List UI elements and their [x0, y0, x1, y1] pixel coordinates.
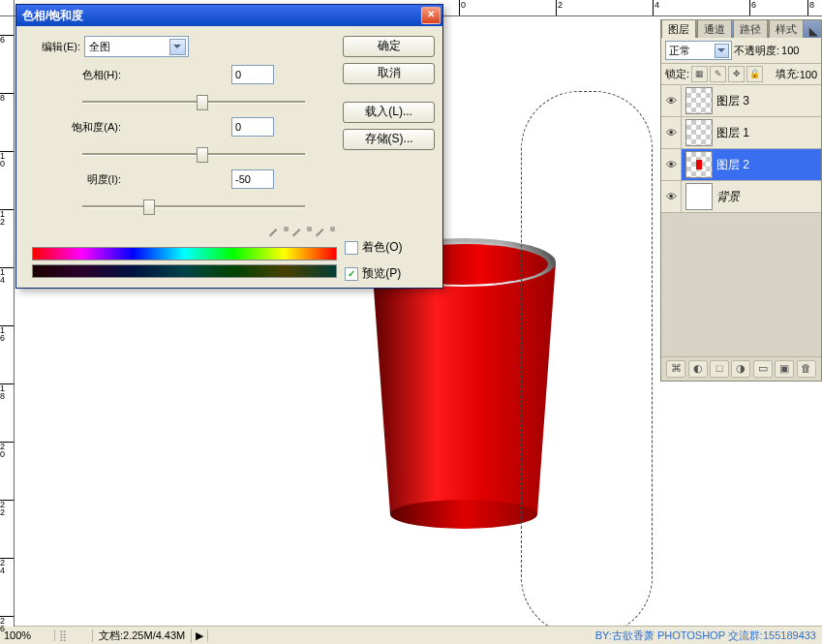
adjustment-layer-icon[interactable]: ◑ — [731, 360, 750, 378]
layer-thumbnail[interactable] — [685, 151, 713, 178]
saturation-label: 饱和度(A): — [24, 120, 125, 135]
layer-row[interactable]: 👁图层 1 — [661, 117, 821, 149]
ruler-tick: 1 2 — [0, 209, 14, 226]
ruler-tick: 2 — [556, 0, 563, 15]
link-layers-icon[interactable]: ⌘ — [666, 360, 685, 378]
hue-slider-thumb[interactable] — [197, 95, 208, 110]
eyedropper-subtract-icon[interactable] — [320, 226, 337, 243]
lightness-label: 明度(I): — [24, 172, 125, 187]
fill-value[interactable]: 100 — [800, 69, 817, 80]
eyedropper-add-icon[interactable] — [296, 226, 314, 243]
credit-text: BY:古欲香萧 PHOTOSHOP 交流群:155189433 — [595, 629, 822, 643]
saturation-slider[interactable] — [82, 144, 305, 164]
ruler-tick: 0 — [459, 0, 466, 15]
ok-button[interactable]: 确定 — [343, 36, 435, 57]
visibility-eye-icon[interactable]: 👁 — [661, 181, 682, 212]
lock-all-icon[interactable]: 🔒 — [746, 66, 763, 82]
lock-label: 锁定: — [665, 67, 689, 81]
layer-name[interactable]: 图层 2 — [716, 157, 749, 173]
layer-row[interactable]: 👁背景 — [661, 181, 821, 213]
lightness-slider[interactable] — [82, 197, 305, 216]
lock-pixels-icon[interactable]: ✎ — [710, 66, 726, 82]
grip-icon: ⣿ — [55, 629, 93, 642]
ruler-tick: 2 6 — [0, 616, 14, 632]
delete-layer-icon[interactable]: 🗑 — [797, 360, 816, 378]
layer-list: 👁图层 3👁图层 1👁图层 2👁背景 — [661, 85, 821, 356]
layer-thumbnail[interactable] — [685, 183, 713, 210]
edit-combo-value: 全图 — [89, 40, 110, 54]
dialog-title: 色相/饱和度 — [22, 8, 421, 24]
blend-mode-value: 正常 — [669, 44, 690, 58]
tab-paths[interactable]: 路径 — [733, 19, 768, 38]
ruler-vertical[interactable]: 681 01 21 41 61 82 02 22 42 6 — [0, 15, 15, 627]
layer-thumbnail[interactable] — [685, 119, 713, 146]
ruler-tick: 4 — [653, 0, 659, 15]
layer-row[interactable]: 👁图层 2 — [661, 149, 821, 181]
blend-mode-combo[interactable]: 正常 — [665, 41, 732, 60]
layer-style-icon[interactable]: ◐ — [688, 360, 708, 378]
dialog-titlebar[interactable]: 色相/饱和度 ✕ — [16, 5, 442, 26]
layer-name[interactable]: 背景 — [716, 189, 740, 205]
layer-name[interactable]: 图层 3 — [716, 93, 749, 109]
lightness-input[interactable] — [231, 169, 274, 189]
opacity-value[interactable]: 100 — [781, 45, 799, 56]
ruler-tick: 8 — [0, 93, 14, 102]
tab-layers[interactable]: 图层 — [661, 19, 696, 38]
spectrum-source — [32, 247, 337, 261]
layer-thumbnail[interactable] — [685, 87, 713, 114]
document-info[interactable]: 文档:2.25M/4.43M — [93, 629, 192, 643]
colorize-label: 着色(O) — [362, 239, 402, 256]
spectrum-result — [32, 264, 337, 278]
visibility-eye-icon[interactable]: 👁 — [661, 149, 682, 180]
layer-row[interactable]: 👁图层 3 — [661, 85, 821, 117]
saturation-input[interactable] — [231, 117, 274, 137]
preview-checkbox[interactable]: ✓ — [345, 267, 358, 281]
ruler-tick: 6 — [749, 0, 756, 15]
ruler-tick: 6 — [0, 35, 14, 44]
save-button[interactable]: 存储(S)... — [343, 129, 435, 150]
visibility-eye-icon[interactable]: 👁 — [661, 117, 682, 148]
load-button[interactable]: 载入(L)... — [343, 102, 435, 123]
chevron-down-icon — [169, 39, 186, 55]
status-bar: 100% ⣿ 文档:2.25M/4.43M ▶ BY:古欲香萧 PHOTOSHO… — [0, 626, 822, 644]
layer-name[interactable]: 图层 1 — [716, 125, 749, 141]
hue-slider[interactable] — [82, 92, 305, 111]
group-icon[interactable]: ▭ — [753, 360, 773, 378]
ruler-tick: 1 0 — [0, 151, 14, 168]
layers-panel: 图层 通道 路径 样式 ◣ 正常 不透明度: 100 锁定: ▦ ✎ ✥ 🔒 填… — [660, 19, 822, 382]
ruler-tick: 2 4 — [0, 558, 14, 574]
colorize-checkbox[interactable] — [345, 241, 358, 255]
close-icon[interactable]: ✕ — [421, 7, 441, 24]
panel-menu-icon[interactable]: ◣ — [806, 25, 821, 38]
hue-label: 色相(H): — [24, 68, 125, 82]
tab-channels[interactable]: 通道 — [697, 19, 732, 38]
ruler-tick: 2 2 — [0, 500, 14, 516]
selection-marquee — [521, 91, 653, 635]
hue-input[interactable] — [231, 65, 274, 84]
saturation-slider-thumb[interactable] — [197, 147, 208, 163]
preview-label: 预览(P) — [362, 265, 401, 282]
opacity-label: 不透明度: — [734, 44, 779, 58]
edit-label: 编辑(E): — [24, 40, 84, 54]
info-menu-icon[interactable]: ▶ — [192, 629, 208, 642]
layer-mask-icon[interactable]: □ — [710, 360, 729, 378]
new-layer-icon[interactable]: ▣ — [775, 360, 794, 378]
ruler-tick: 1 6 — [0, 325, 14, 342]
lock-transparency-icon[interactable]: ▦ — [691, 66, 708, 82]
ruler-tick: 1 4 — [0, 267, 14, 284]
lightness-slider-thumb[interactable] — [143, 199, 155, 215]
eyedropper-icon[interactable] — [273, 226, 290, 243]
ruler-tick: 2 0 — [0, 442, 14, 458]
tab-styles[interactable]: 样式 — [769, 19, 804, 38]
ruler-tick: 1 8 — [0, 383, 14, 400]
cancel-button[interactable]: 取消 — [343, 63, 435, 84]
hue-saturation-dialog: 色相/饱和度 ✕ 编辑(E): 全图 色相(H): 饱和度(A): — [15, 4, 443, 289]
chevron-down-icon — [715, 44, 729, 58]
ruler-corner — [0, 0, 15, 16]
panel-tabs: 图层 通道 路径 样式 ◣ — [661, 20, 821, 38]
visibility-eye-icon[interactable]: 👁 — [661, 85, 682, 116]
edit-combo[interactable]: 全图 — [84, 36, 189, 57]
lock-position-icon[interactable]: ✥ — [728, 66, 745, 82]
ruler-tick: 8 — [807, 0, 814, 15]
fill-label: 填充: — [776, 67, 800, 81]
